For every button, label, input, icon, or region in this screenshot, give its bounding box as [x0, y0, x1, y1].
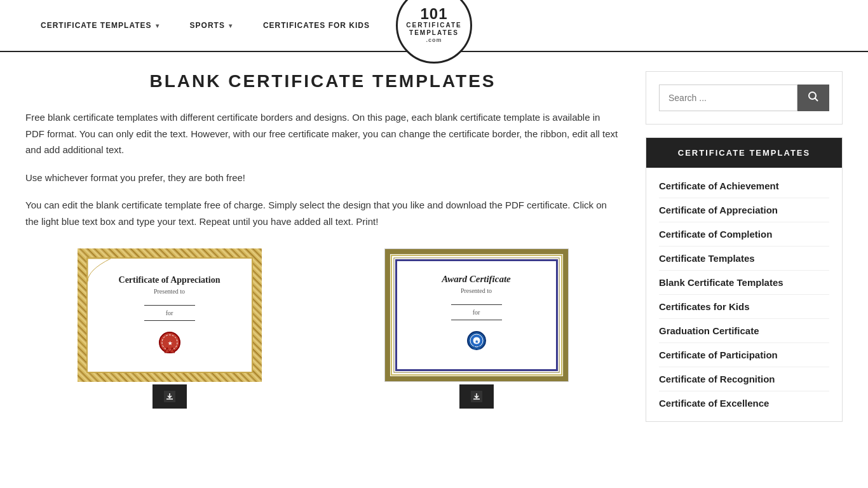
cert-appreciation-line1	[144, 305, 195, 306]
logo-dot: .com	[426, 37, 442, 44]
page-title: BLANK CERTIFICATE TEMPLATES	[25, 71, 620, 92]
logo-number: 101	[420, 6, 447, 22]
svg-line-17	[815, 98, 818, 102]
sidebar-widget-title: CERTIFICATE TEMPLATES	[646, 138, 842, 168]
cert-appreciation-presented: Presented to	[154, 288, 185, 295]
search-box	[646, 71, 843, 125]
sidebar-link-3[interactable]: Certificate Templates	[659, 247, 829, 271]
cert-award-for: for	[473, 309, 480, 316]
sidebar-link-1[interactable]: Certificate of Appreciation	[659, 198, 829, 222]
cert-card-award: Award Certificate Presented to for ★	[332, 248, 620, 409]
sidebar-link-2[interactable]: Certificate of Completion	[659, 222, 829, 247]
sidebar-link-0[interactable]: Certificate of Achievement	[659, 174, 829, 198]
sidebar-links: Certificate of AchievementCertificate of…	[646, 168, 842, 421]
nav-label-sports: SPORTS	[190, 21, 225, 30]
cert-award-line1	[451, 304, 502, 305]
site-header: CERTIFICATE TEMPLATES ▾ SPORTS ▾ CERTIFI…	[0, 0, 868, 52]
nav-label-certificate-templates: CERTIFICATE TEMPLATES	[41, 21, 152, 30]
sidebar-link-5[interactable]: Certificates for Kids	[659, 295, 829, 319]
cert-thumb-award: Award Certificate Presented to for ★	[384, 248, 569, 382]
intro-paragraph-1: Free blank certificate templates with di…	[25, 109, 620, 158]
nav-item-kids[interactable]: CERTIFICATES FOR KIDS	[248, 3, 385, 48]
download-icon-2	[471, 391, 482, 402]
intro-paragraph-2: Use whichever format you prefer, they ar…	[25, 170, 620, 186]
nav-label-kids: CERTIFICATES FOR KIDS	[263, 21, 370, 30]
sidebar-widget-cert-templates: CERTIFICATE TEMPLATES Certificate of Ach…	[646, 137, 843, 422]
cert-appreciation-title: Certificate of Appreciation	[119, 275, 220, 285]
sidebar-link-4[interactable]: Blank Certificate Templates	[659, 271, 829, 295]
logo-line2: TEMPLATES	[409, 29, 459, 37]
cert-award-title: Award Certificate	[442, 274, 510, 285]
cert-award-inner: Award Certificate Presented to for ★	[395, 259, 558, 371]
search-input[interactable]	[659, 85, 797, 111]
cert-appreciation-inner: Certificate of Appreciation Presented to…	[86, 257, 253, 373]
svg-text:★: ★	[475, 339, 479, 344]
nav-chevron-sports: ▾	[229, 22, 233, 29]
search-icon	[808, 91, 819, 102]
nav-item-sports[interactable]: SPORTS ▾	[175, 3, 248, 48]
nav-chevron-certificate-templates: ▾	[156, 22, 159, 29]
cert-appreciation-for: for	[166, 309, 173, 316]
nav-item-certificate-templates[interactable]: CERTIFICATE TEMPLATES ▾	[25, 3, 175, 48]
svg-text:★: ★	[167, 341, 172, 346]
download-btn-award[interactable]	[459, 384, 494, 409]
search-button[interactable]	[797, 85, 829, 111]
cert-award-line2	[451, 320, 502, 320]
svg-point-16	[809, 92, 816, 99]
content-area: BLANK CERTIFICATE TEMPLATES Free blank c…	[25, 71, 620, 422]
cert-ribbon-icon: ★	[463, 329, 491, 357]
sidebar: CERTIFICATE TEMPLATES Certificate of Ach…	[646, 71, 843, 422]
cert-card-appreciation: Certificate of Appreciation Presented to…	[25, 248, 313, 409]
main-wrapper: BLANK CERTIFICATE TEMPLATES Free blank c…	[0, 52, 868, 447]
download-btn-appreciation[interactable]	[153, 384, 187, 409]
sidebar-link-6[interactable]: Graduation Certificate	[659, 319, 829, 343]
cert-thumb-appreciation: Certificate of Appreciation Presented to…	[78, 248, 262, 382]
cert-appreciation-line2	[144, 320, 195, 321]
sidebar-link-7[interactable]: Certificate of Participation	[659, 343, 829, 367]
intro-paragraph-3: You can edit the blank certificate templ…	[25, 197, 620, 229]
cert-award-presented: Presented to	[461, 287, 492, 294]
main-nav: CERTIFICATE TEMPLATES ▾ SPORTS ▾ CERTIFI…	[25, 0, 843, 51]
cert-grid: Certificate of Appreciation Presented to…	[25, 248, 620, 409]
download-icon	[164, 391, 175, 402]
logo-line1: CERTIFICATE	[406, 22, 461, 29]
cert-seal-icon: ★	[157, 330, 182, 355]
sidebar-link-8[interactable]: Certificate of Recognition	[659, 367, 829, 391]
sidebar-link-9[interactable]: Certificate of Excellence	[659, 391, 829, 415]
